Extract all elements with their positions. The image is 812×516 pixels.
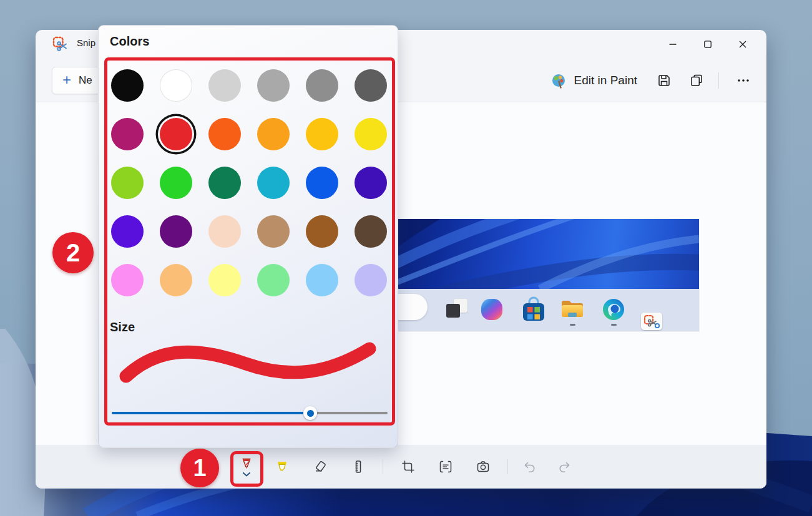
color-swatch-white[interactable]	[160, 69, 192, 102]
edit-in-paint-label: Edit in Paint	[574, 74, 637, 87]
color-swatch-medium-gray[interactable]	[306, 69, 338, 102]
screenshot-wallpaper	[353, 219, 699, 289]
copy-icon	[689, 73, 704, 88]
color-swatch-purple[interactable]	[160, 215, 192, 248]
snipping-tool-app-icon	[52, 36, 69, 53]
color-swatch-indigo[interactable]	[355, 167, 387, 199]
flyout-title: Colors	[110, 34, 149, 49]
color-swatch-dark-gray[interactable]	[355, 69, 387, 102]
ruler-tool-button[interactable]	[345, 452, 371, 482]
pen-tool-button[interactable]	[233, 452, 260, 482]
text-actions-button[interactable]	[433, 452, 459, 482]
highlighter-icon	[275, 459, 290, 474]
plus-icon: +	[62, 72, 71, 87]
color-swatch-berry[interactable]	[111, 118, 144, 150]
running-indicator	[611, 324, 617, 326]
color-swatch-gray[interactable]	[257, 69, 290, 102]
slider-thumb[interactable]	[303, 406, 317, 420]
annotation-step-2: 2	[52, 232, 94, 273]
highlighter-tool-button[interactable]	[269, 452, 295, 482]
save-icon	[657, 73, 672, 88]
redo-icon	[557, 459, 572, 474]
color-swatch-emerald[interactable]	[208, 167, 241, 199]
color-swatch-pink[interactable]	[111, 264, 144, 296]
color-swatch-lavender[interactable]	[355, 264, 387, 296]
window-title: Snip	[77, 37, 95, 48]
maximize-button[interactable]	[690, 30, 725, 59]
camera-tool-button[interactable]	[470, 452, 496, 482]
more-options-button[interactable]	[730, 68, 756, 93]
more-options-icon	[736, 73, 751, 88]
color-swatch-mint[interactable]	[257, 264, 290, 296]
eraser-icon	[313, 459, 328, 474]
color-swatch-sky[interactable]	[306, 264, 338, 296]
camera-icon	[476, 459, 491, 474]
edit-in-paint-button[interactable]: Edit in Paint	[543, 67, 645, 94]
wallpaper-ribbons	[353, 219, 699, 289]
size-label: Size	[110, 320, 135, 334]
color-swatch-peach[interactable]	[208, 215, 241, 248]
colors-flyout: Colors Size	[98, 25, 398, 448]
size-slider[interactable]	[112, 406, 388, 420]
edge-icon	[602, 298, 625, 321]
redo-button[interactable]	[551, 452, 577, 482]
minimize-icon	[668, 40, 677, 49]
copilot-icon	[481, 299, 502, 320]
color-swatch-yellow[interactable]	[355, 118, 387, 150]
snipping-tool-badge	[641, 313, 662, 330]
bottom-toolbar	[36, 445, 766, 489]
color-swatch-brown[interactable]	[306, 215, 338, 248]
captured-screenshot	[353, 219, 699, 331]
paint-palette-icon	[550, 72, 567, 89]
color-swatch-violet[interactable]	[111, 215, 144, 248]
close-button[interactable]	[725, 30, 760, 59]
save-button[interactable]	[651, 68, 677, 93]
text-actions-icon	[438, 459, 453, 474]
maximize-icon	[703, 40, 712, 49]
undo-icon	[522, 459, 537, 474]
pen-icon	[239, 457, 254, 472]
toolbar-divider	[507, 459, 508, 474]
color-grid	[111, 69, 387, 296]
toolbar-divider	[383, 459, 383, 474]
color-swatch-blue[interactable]	[306, 167, 338, 199]
color-swatch-black[interactable]	[111, 69, 144, 102]
color-swatch-tan[interactable]	[257, 215, 290, 248]
file-explorer-icon	[560, 298, 584, 319]
stroke-preview	[116, 336, 381, 389]
color-swatch-orange[interactable]	[208, 118, 241, 150]
color-swatch-amber[interactable]	[257, 118, 290, 150]
minimize-button[interactable]	[655, 30, 690, 59]
color-swatch-light-orange[interactable]	[160, 264, 192, 296]
slider-fill	[112, 412, 310, 414]
new-snip-label: Ne	[79, 74, 92, 87]
crop-icon	[401, 459, 416, 474]
copy-button[interactable]	[683, 68, 710, 93]
annotation-step-1: 1	[180, 449, 219, 487]
color-swatch-green[interactable]	[160, 167, 192, 199]
color-swatch-red[interactable]	[160, 118, 192, 150]
color-swatch-lime[interactable]	[111, 167, 144, 199]
eraser-tool-button[interactable]	[308, 452, 334, 482]
header-divider	[718, 72, 719, 89]
close-icon	[738, 40, 747, 49]
undo-button[interactable]	[517, 452, 543, 482]
chevron-down-icon	[243, 472, 250, 477]
color-swatch-light-yellow[interactable]	[208, 264, 241, 296]
microsoft-store-icon	[521, 296, 546, 323]
color-swatch-gold[interactable]	[306, 118, 338, 150]
color-swatch-light-gray[interactable]	[208, 69, 241, 102]
running-indicator	[570, 324, 575, 326]
desktop: Snip + Ne	[0, 0, 812, 516]
ruler-icon	[351, 459, 366, 474]
crop-tool-button[interactable]	[395, 452, 421, 482]
color-swatch-teal[interactable]	[257, 167, 290, 199]
color-swatch-dark-brown[interactable]	[355, 215, 387, 248]
